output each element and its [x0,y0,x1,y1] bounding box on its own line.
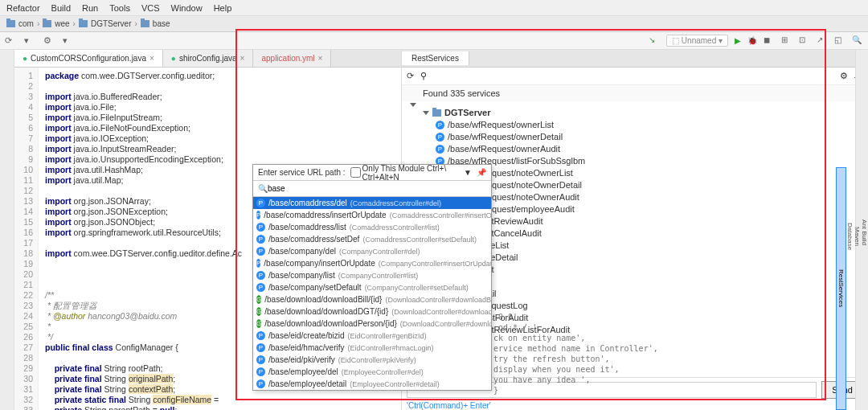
toolbar-icon[interactable]: ↗ [817,35,828,47]
popup-result-item[interactable]: G /base/download/downloadDGT/{id} (Downl… [253,305,491,318]
search-icon[interactable]: 🔍 [852,35,863,47]
rail-maven[interactable]: Maven [854,63,861,410]
tab-label: application.yml [261,54,314,63]
popup-result-item[interactable]: P /base/comaddress/list (ComaddressContr… [253,221,491,233]
checkbox-label: Only This Module Ctrl+\ Ctrl+Alt+N [362,164,457,182]
rail-restservices[interactable]: RestServices [836,167,846,410]
endpoint-item[interactable]: P /base/wfRequest/ownerAudit [410,143,868,155]
panel-toolbar: ⟳ ⚲ ⚙ — [402,68,868,85]
refresh-icon[interactable]: ⟳ [407,71,414,81]
service-search-popup: Enter service URL path : Only This Modul… [252,164,492,391]
tab-label: shiroConfig.java [179,54,237,63]
tab-label: CustomCORSConfiguration.java [31,54,146,63]
menu-help[interactable]: Help [214,3,232,13]
popup-result-item[interactable]: P /base/eid/pki/verify (EidController#pk… [253,354,491,366]
checkbox[interactable] [350,167,361,178]
endpoint-item[interactable]: P /base/wfRequest/ownerList [410,119,868,131]
main-menu: Refactor Build Run Tools VCS Window Help [0,0,868,16]
debug-icon[interactable]: 🐞 [747,36,757,45]
shortcut-hint: 'Ctrl(Command)+ Enter' [402,401,868,410]
only-module-checkbox[interactable]: Only This Module Ctrl+\ Ctrl+Alt+N [350,164,457,182]
tab-customcors[interactable]: ● CustomCORSConfiguration.java × [14,50,163,67]
popup-result-item[interactable]: P /base/comaddress/insertOrUpdate (Comad… [253,209,491,221]
filter-icon[interactable]: ⚲ [420,71,427,81]
folder-icon [43,20,51,27]
menu-tools[interactable]: Tools [109,3,130,13]
tab-shiroconfig[interactable]: ● shiroConfig.java × [163,50,254,67]
java-icon: ● [171,54,176,63]
close-icon[interactable]: × [240,54,245,63]
toolbar-icon[interactable]: ⊞ [781,35,792,47]
stop-icon[interactable]: ◼ [764,35,775,47]
popup-label: Enter service URL path : [258,168,346,177]
rail-ant[interactable]: Ant Build [861,55,868,410]
folder-icon [79,20,88,27]
menu-build[interactable]: Build [51,3,71,13]
crumb-dgtserver[interactable]: DGTServer [91,19,132,28]
popup-result-item[interactable]: P /base/employee/detail (EmployeeControl… [253,378,491,390]
endpoint-item[interactable]: P /base/wfRequest/ownerDetail [410,131,868,143]
popup-result-item[interactable]: P /base/employee/del (EmployeeController… [253,366,491,378]
menu-run[interactable]: Run [82,3,98,13]
menu-vcs[interactable]: VCS [141,3,160,13]
popup-result-item[interactable]: P /base/company/setDefault (CompanyContr… [253,281,491,293]
crumb-base[interactable]: base [153,19,170,28]
popup-result-item[interactable]: P /base/eid/hmac/verify (EidController#h… [253,342,491,354]
gear-icon[interactable]: ⚙ [43,35,55,47]
service-search-input[interactable] [256,184,488,193]
editor-tabs: ● CustomCORSConfiguration.java × ● shiro… [14,50,401,68]
tab-application[interactable]: application.yml × [253,50,331,67]
rail-database[interactable]: Database [846,63,854,410]
sync-icon[interactable]: ⟳ [5,35,16,47]
popup-results: P /base/comaddress/del (ComaddressContro… [253,197,491,390]
popup-result-item[interactable]: P /base/eid/create/bizid (EidController#… [253,330,491,342]
main-toolbar: ⟳ ▾ ⚙ ▾ ↘ ⬚ Unnamed ▾ ▶ 🐞 ◼ ⊞ ⊡ ↗ ◱ 🔍 [0,32,868,50]
folder-icon [6,20,15,27]
toolbar-icon[interactable]: ◱ [834,35,845,47]
breadcrumb: com› wee› DGTServer› base [0,16,868,32]
results-count: Found 335 services [402,85,868,101]
filter-icon[interactable]: ▼ [464,168,472,177]
left-tool-stripe[interactable] [0,50,14,410]
menu-window[interactable]: Window [171,3,203,13]
popup-result-item[interactable]: P /base/comaddress/setDef (ComaddressCon… [253,233,491,245]
close-icon[interactable]: × [318,54,323,63]
popup-result-item[interactable]: P /base/company/list (CompanyController#… [253,269,491,281]
crumb-com[interactable]: com [18,19,34,28]
hammer-icon[interactable]: ↘ [649,35,660,47]
line-gutter: 1234567891011121314151617181920212223242… [14,68,39,410]
background-text: 0 0', od * / ', ck on entity name', ervi… [493,312,658,396]
toolbar-icon[interactable]: ⊡ [799,35,810,47]
popup-result-item[interactable]: G /base/download/downloadBill/{id} (Down… [253,293,491,305]
pin-icon[interactable]: 📌 [477,168,486,177]
java-icon: ● [23,54,27,63]
run-icon[interactable]: ▶ [735,36,741,45]
popup-result-item[interactable]: G /base/download/downloadPerson/{id} (Do… [253,318,491,330]
folder-icon [141,20,149,27]
dropdown-icon[interactable]: ▾ [24,35,35,47]
menu-refactor[interactable]: Refactor [6,3,40,13]
tab-restservices[interactable]: RestServices [402,51,469,65]
popup-result-item[interactable]: P /base/comaddress/del (ComaddressContro… [253,197,491,209]
popup-result-item[interactable]: P /base/company/del (CompanyController#d… [253,245,491,257]
search-icon: 🔍 [258,184,268,193]
run-config-select[interactable]: ⬚ Unnamed ▾ [666,35,728,47]
dropdown-icon[interactable]: ▾ [63,35,74,47]
panel-tabs: RestServices [402,50,868,68]
right-tool-stripe: Ant Build Maven Database RestServices [855,50,868,410]
close-icon[interactable]: × [149,54,154,63]
crumb-wee[interactable]: wee [55,19,69,28]
popup-result-item[interactable]: P /base/company/insertOrUpdate (CompanyC… [253,257,491,269]
